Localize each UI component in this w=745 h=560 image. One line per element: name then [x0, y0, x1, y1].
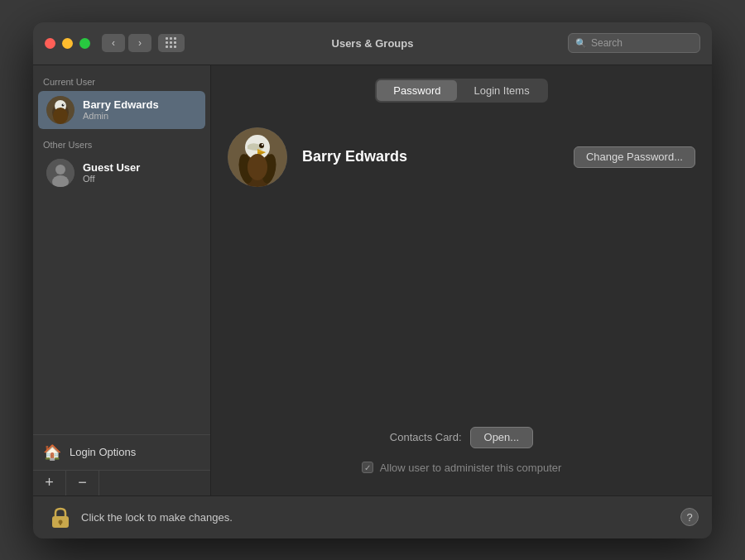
maximize-button[interactable]	[79, 38, 90, 49]
admin-checkbox-row: ✓ Allow user to administer this computer	[228, 462, 695, 482]
lock-button[interactable]	[46, 503, 74, 531]
current-user-label: Current User	[33, 74, 210, 90]
main-username: Barry Edwards	[302, 148, 559, 165]
svg-point-4	[62, 103, 65, 106]
search-icon: 🔍	[575, 38, 587, 49]
tab-password[interactable]: Password	[377, 80, 457, 101]
lock-icon	[50, 505, 71, 529]
user-detail-section: Barry Edwards Change Password...	[228, 119, 695, 195]
eagle-avatar-large	[228, 127, 287, 187]
lock-text: Click the lock to make changes.	[81, 511, 233, 524]
other-users-label: Other Users	[33, 136, 210, 153]
main-user-avatar	[228, 127, 287, 187]
guest-user-name: Guest User	[83, 161, 140, 174]
house-icon: 🏠	[43, 443, 61, 462]
current-user-name: Barry Edwards	[83, 98, 159, 111]
tabs-container: Password Login Items	[228, 79, 695, 103]
guest-icon	[46, 159, 74, 187]
grid-icon	[166, 37, 177, 49]
guest-user-status: Off	[83, 174, 140, 184]
login-options-label: Login Options	[70, 446, 136, 458]
change-password-button[interactable]: Change Password...	[574, 146, 695, 168]
detail-spacer	[228, 212, 695, 427]
contacts-card-row: Contacts Card: Open...	[228, 427, 695, 462]
tab-login-items[interactable]: Login Items	[457, 80, 546, 101]
window-title: Users & Groups	[332, 37, 414, 50]
contacts-card-label: Contacts Card:	[390, 431, 462, 443]
back-button[interactable]: ‹	[102, 34, 125, 52]
guest-user-avatar	[46, 159, 74, 187]
main-window: ‹ › Users & Groups 🔍 Search Current User	[33, 22, 712, 538]
eagle-avatar-small	[46, 96, 74, 124]
svg-point-17	[248, 154, 267, 180]
checkbox-checkmark: ✓	[364, 463, 371, 472]
current-user-item[interactable]: Barry Edwards Admin	[38, 91, 205, 129]
guest-user-info: Guest User Off	[83, 161, 140, 184]
guest-user-item[interactable]: Guest User Off	[38, 154, 205, 192]
open-contacts-button[interactable]: Open...	[470, 427, 534, 448]
svg-point-6	[53, 108, 68, 124]
nav-buttons: ‹ ›	[102, 34, 185, 52]
current-user-info: Barry Edwards Admin	[83, 98, 159, 121]
admin-checkbox: ✓	[362, 462, 373, 473]
close-button[interactable]	[45, 38, 55, 49]
titlebar: ‹ › Users & Groups 🔍 Search	[33, 22, 712, 65]
svg-rect-20	[60, 522, 61, 525]
grid-view-button[interactable]	[158, 34, 185, 52]
login-options-item[interactable]: 🏠 Login Options	[33, 434, 210, 470]
svg-point-8	[55, 165, 65, 175]
sidebar-spacer	[33, 193, 210, 434]
search-placeholder: Search	[591, 37, 622, 49]
add-user-button[interactable]: +	[33, 471, 66, 495]
current-user-role: Admin	[83, 111, 159, 121]
sidebar-toolbar: + −	[33, 470, 210, 495]
current-user-avatar	[46, 96, 74, 124]
bottombar: Click the lock to make changes. ?	[33, 495, 712, 538]
svg-point-14	[262, 144, 263, 146]
help-button[interactable]: ?	[680, 508, 699, 526]
tab-group: Password Login Items	[375, 79, 547, 103]
main-panel: Password Login Items	[211, 65, 712, 495]
forward-button[interactable]: ›	[128, 34, 151, 52]
sidebar: Current User	[33, 65, 211, 495]
svg-point-13	[259, 143, 264, 148]
minimize-button[interactable]	[62, 38, 73, 49]
content-area: Current User	[33, 65, 712, 495]
admin-checkbox-label: Allow user to administer this computer	[380, 462, 562, 474]
traffic-lights	[45, 38, 90, 49]
remove-user-button[interactable]: −	[66, 471, 99, 495]
search-box[interactable]: 🔍 Search	[568, 33, 700, 53]
svg-point-5	[63, 104, 64, 105]
